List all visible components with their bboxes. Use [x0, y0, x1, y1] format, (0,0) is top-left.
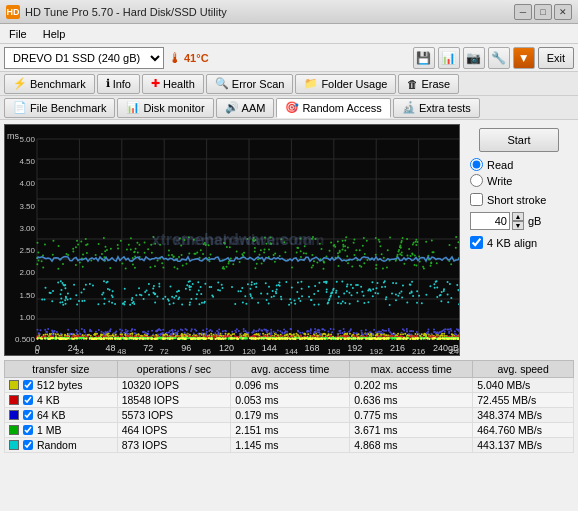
random-access-icon: 🎯 — [285, 101, 299, 114]
chart-x-labels: 0 24 48 72 96 120 144 168 192 216 240gB — [35, 343, 459, 353]
short-stroke-label[interactable]: Short stroke — [466, 193, 572, 206]
thermometer-icon: 🌡 — [168, 50, 182, 66]
tabs-row2: 📄 File Benchmark 📊 Disk monitor 🔊 AAM 🎯 … — [0, 96, 578, 120]
col-operations: operations / sec — [117, 361, 231, 378]
folder-icon: 📁 — [304, 77, 318, 90]
exit-button[interactable]: Exit — [538, 47, 574, 69]
erase-icon: 🗑 — [407, 78, 418, 90]
toolbar-icon-2[interactable]: 📊 — [438, 47, 460, 69]
close-button[interactable]: ✕ — [554, 4, 572, 20]
read-radio-label[interactable]: Read — [470, 158, 568, 171]
benchmark-icon: ⚡ — [13, 77, 27, 90]
write-radio-label[interactable]: Write — [470, 174, 568, 187]
col-avg-access: avg. access time — [231, 361, 350, 378]
table-row: 64 KB 5573 IOPS0.179 ms0.775 ms348.374 M… — [5, 408, 574, 423]
tab-erase[interactable]: 🗑 Erase — [398, 74, 459, 94]
tab-disk-monitor[interactable]: 📊 Disk monitor — [117, 98, 213, 118]
toolbar-icon-4[interactable]: 🔧 — [488, 47, 510, 69]
maximize-button[interactable]: □ — [534, 4, 552, 20]
toolbar-icon-5[interactable]: ▼ — [513, 47, 535, 69]
gb-spin-group: ▲ ▼ gB — [466, 212, 572, 230]
menu-bar: File Help — [0, 24, 578, 44]
tab-file-benchmark[interactable]: 📄 File Benchmark — [4, 98, 115, 118]
tab-info[interactable]: ℹ Info — [97, 74, 140, 94]
temperature-indicator: 🌡 41°C — [168, 50, 209, 66]
row-checkbox-2[interactable] — [23, 410, 33, 420]
row-checkbox-3[interactable] — [23, 425, 33, 435]
app-icon: HD — [6, 5, 20, 19]
menu-help[interactable]: Help — [40, 27, 69, 41]
toolbar-icon-3[interactable]: 📷 — [463, 47, 485, 69]
spin-up-button[interactable]: ▲ — [512, 212, 524, 221]
row-checkbox-1[interactable] — [23, 395, 33, 405]
tab-error-scan[interactable]: 🔍 Error Scan — [206, 74, 294, 94]
kb-align-checkbox[interactable] — [470, 236, 483, 249]
temperature-value: 41°C — [184, 52, 209, 64]
kb-align-label[interactable]: 4 KB align — [466, 236, 572, 249]
tab-folder-usage[interactable]: 📁 Folder Usage — [295, 74, 396, 94]
table-row: Random 873 IOPS1.145 ms4.868 ms443.137 M… — [5, 438, 574, 453]
health-icon: ✚ — [151, 77, 160, 90]
row-checkbox-4[interactable] — [23, 440, 33, 450]
read-radio[interactable] — [470, 158, 483, 171]
tab-extra-tests[interactable]: 🔬 Extra tests — [393, 98, 480, 118]
tab-health[interactable]: ✚ Health — [142, 74, 204, 94]
start-button[interactable]: Start — [479, 128, 559, 152]
drive-select[interactable]: DREVO D1 SSD (240 gB) — [4, 47, 164, 69]
tabs-row1: ⚡ Benchmark ℹ Info ✚ Health 🔍 Error Scan… — [0, 72, 578, 96]
scan-icon: 🔍 — [215, 77, 229, 90]
aam-icon: 🔊 — [225, 101, 239, 114]
row-checkbox-0[interactable] — [23, 380, 33, 390]
title-bar: HD HD Tune Pro 5.70 - Hard Disk/SSD Util… — [0, 0, 578, 24]
table-row: 512 bytes 10320 IOPS0.096 ms0.202 ms5.04… — [5, 378, 574, 393]
gb-label: gB — [528, 215, 541, 227]
spin-buttons: ▲ ▼ — [512, 212, 524, 230]
tab-random-access[interactable]: 🎯 Random Access — [276, 98, 390, 118]
file-benchmark-icon: 📄 — [13, 101, 27, 114]
table-row: 4 KB 18548 IOPS0.053 ms0.636 ms72.455 MB… — [5, 393, 574, 408]
main-content: ms 5.00 4.50 4.00 3.50 3.00 2.50 2.00 1.… — [0, 120, 578, 360]
data-table-container: transfer size operations / sec avg. acce… — [0, 360, 578, 453]
tab-aam[interactable]: 🔊 AAM — [216, 98, 275, 118]
extra-tests-icon: 🔬 — [402, 101, 416, 114]
side-panel: Start Read Write Short stroke ▲ ▼ gB — [464, 124, 574, 356]
info-icon: ℹ — [106, 77, 110, 90]
chart-watermark: xtremehardware.com — [152, 231, 313, 249]
gb-input[interactable] — [470, 212, 510, 230]
col-max-access: max. access time — [350, 361, 473, 378]
col-avg-speed: avg. speed — [473, 361, 574, 378]
menu-file[interactable]: File — [6, 27, 30, 41]
col-transfer-size: transfer size — [5, 361, 118, 378]
minimize-button[interactable]: ─ — [514, 4, 532, 20]
read-write-group: Read Write — [466, 158, 572, 187]
toolbar-icons: 💾 📊 📷 🔧 ▼ Exit — [413, 47, 574, 69]
window-controls: ─ □ ✕ — [514, 4, 572, 20]
toolbar: DREVO D1 SSD (240 gB) 🌡 41°C 💾 📊 📷 🔧 ▼ E… — [0, 44, 578, 72]
short-stroke-checkbox[interactable] — [470, 193, 483, 206]
window-title: HD Tune Pro 5.70 - Hard Disk/SSD Utility — [25, 6, 514, 18]
toolbar-icon-1[interactable]: 💾 — [413, 47, 435, 69]
write-radio[interactable] — [470, 174, 483, 187]
table-row: 1 MB 464 IOPS2.151 ms3.671 ms464.760 MB/… — [5, 423, 574, 438]
results-table: transfer size operations / sec avg. acce… — [4, 360, 574, 453]
spin-down-button[interactable]: ▼ — [512, 221, 524, 230]
chart-area: ms 5.00 4.50 4.00 3.50 3.00 2.50 2.00 1.… — [4, 124, 460, 356]
disk-monitor-icon: 📊 — [126, 101, 140, 114]
tab-benchmark[interactable]: ⚡ Benchmark — [4, 74, 95, 94]
